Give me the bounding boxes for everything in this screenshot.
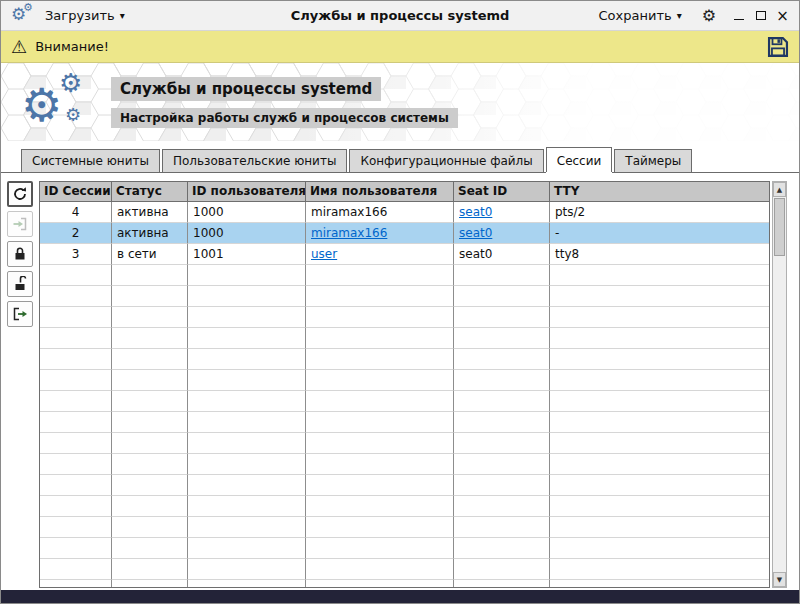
- col-status[interactable]: Статус: [112, 182, 188, 202]
- tty: tty8: [550, 244, 769, 265]
- user-name-link[interactable]: user: [311, 247, 337, 261]
- save-file-button[interactable]: [767, 36, 789, 58]
- chevron-down-icon: ▾: [677, 10, 682, 21]
- user-id: 1001: [188, 244, 306, 265]
- app-window: ⚙⚙ Загрузить ▾ Службы и процессы systemd…: [0, 0, 800, 604]
- tab-timers[interactable]: Таймеры: [614, 149, 692, 172]
- floppy-disk-icon: [767, 36, 789, 58]
- table-row-empty: [40, 370, 769, 391]
- tab-zone: Системные юниты Пользовательские юниты К…: [1, 141, 799, 173]
- user-id: 1000: [188, 202, 306, 223]
- table-row[interactable]: 2активна1000miramax166seat0-: [40, 223, 769, 244]
- table-header: ID Сессии Статус ID пользователя Имя пол…: [40, 182, 769, 202]
- app-logo-gears-icon: ⚙ ⚙ ⚙: [19, 70, 99, 134]
- scroll-down-button[interactable]: ▼: [773, 572, 786, 587]
- seat-id: seat0: [454, 202, 550, 223]
- table-row-empty: [40, 328, 769, 349]
- table-row-empty: [40, 496, 769, 517]
- table-row-empty: [40, 559, 769, 580]
- sessions-panel: ID Сессии Статус ID пользователя Имя пол…: [1, 173, 799, 590]
- seat-id-link[interactable]: seat0: [459, 205, 492, 219]
- save-menu-button[interactable]: Сохранить ▾: [591, 5, 690, 26]
- save-menu-label: Сохранить: [599, 8, 672, 23]
- tab-user-units[interactable]: Пользовательские юниты: [162, 149, 347, 172]
- maximize-button[interactable]: [754, 9, 767, 22]
- table-row-empty: [40, 454, 769, 475]
- warning-icon: ⚠: [11, 38, 27, 56]
- unlock-icon: [12, 276, 28, 292]
- terminate-session-button[interactable]: [7, 301, 33, 327]
- maximize-icon: [756, 11, 766, 20]
- table-row-empty: [40, 391, 769, 412]
- col-session-id[interactable]: ID Сессии: [40, 182, 112, 202]
- session-status: в сети: [112, 244, 188, 265]
- scrollbar-thumb[interactable]: [774, 198, 785, 256]
- window-footer: [1, 590, 799, 603]
- app-icon: ⚙⚙: [11, 4, 37, 28]
- user-name: miramax166: [306, 202, 454, 223]
- table-body: 4активна1000miramax166seat0pts/22активна…: [40, 202, 769, 587]
- close-button[interactable]: ×: [776, 9, 789, 22]
- table-row[interactable]: 4активна1000miramax166seat0pts/2: [40, 202, 769, 223]
- attach-session-button[interactable]: [7, 211, 33, 237]
- col-tty[interactable]: TTY: [550, 182, 769, 202]
- logout-icon: [12, 306, 28, 322]
- user-id: 1000: [188, 223, 306, 244]
- scroll-up-button[interactable]: ▲: [773, 182, 786, 197]
- unlock-session-button[interactable]: [7, 271, 33, 297]
- vertical-scrollbar[interactable]: ▲ ▼: [772, 181, 787, 588]
- table-row-empty: [40, 265, 769, 286]
- col-seat-id[interactable]: Seat ID: [454, 182, 550, 202]
- page-title: Службы и процессы systemd: [111, 77, 381, 101]
- warning-bar: ⚠ Внимание!: [1, 31, 799, 63]
- warning-label: Внимание!: [35, 39, 109, 54]
- page-subtitle: Настройка работы служб и процессов систе…: [111, 108, 458, 128]
- titlebar: ⚙⚙ Загрузить ▾ Службы и процессы systemd…: [1, 1, 799, 31]
- user-name: miramax166: [306, 223, 454, 244]
- col-user-name[interactable]: Имя пользователя: [306, 182, 454, 202]
- table-row-empty: [40, 538, 769, 559]
- seat-id: seat0: [454, 244, 550, 265]
- refresh-icon: [12, 186, 28, 202]
- lock-icon: [12, 246, 28, 262]
- table-row[interactable]: 3в сети1001userseat0tty8: [40, 244, 769, 265]
- col-user-id[interactable]: ID пользователя: [188, 182, 306, 202]
- session-id: 3: [40, 244, 112, 265]
- table-row-empty: [40, 517, 769, 538]
- table-row-empty: [40, 307, 769, 328]
- page-header: ⚙ ⚙ ⚙ Службы и процессы systemd Настройк…: [1, 63, 799, 141]
- session-status: активна: [112, 202, 188, 223]
- table-row-empty: [40, 433, 769, 454]
- attach-session-icon: [12, 216, 28, 232]
- load-menu-button[interactable]: Загрузить ▾: [37, 5, 133, 26]
- tab-system-units[interactable]: Системные юниты: [21, 149, 160, 172]
- session-id: 4: [40, 202, 112, 223]
- tab-sessions[interactable]: Сессии: [546, 147, 613, 172]
- tab-config-files[interactable]: Конфигурационные файлы: [349, 149, 543, 172]
- table-row-empty: [40, 286, 769, 307]
- seat-id: seat0: [454, 223, 550, 244]
- user-name: user: [306, 244, 454, 265]
- session-status: активна: [112, 223, 188, 244]
- tab-bar: Системные юниты Пользовательские юниты К…: [1, 147, 799, 173]
- table-row-empty: [40, 475, 769, 496]
- seat-id-link[interactable]: seat0: [459, 226, 492, 240]
- table-row-empty: [40, 412, 769, 433]
- table-row-empty: [40, 580, 769, 587]
- minimize-button[interactable]: [732, 9, 745, 22]
- user-name-link[interactable]: miramax166: [311, 226, 387, 240]
- lock-session-button[interactable]: [7, 241, 33, 267]
- sessions-table: ID Сессии Статус ID пользователя Имя пол…: [39, 181, 770, 588]
- tty: -: [550, 223, 769, 244]
- table-row-empty: [40, 349, 769, 370]
- minimize-icon: [734, 19, 744, 20]
- refresh-button[interactable]: [7, 181, 33, 207]
- session-id: 2: [40, 223, 112, 244]
- chevron-down-icon: ▾: [120, 10, 125, 21]
- settings-gear-icon[interactable]: ⚙: [702, 8, 716, 24]
- tty: pts/2: [550, 202, 769, 223]
- load-menu-label: Загрузить: [45, 8, 115, 23]
- session-toolbar: [7, 181, 39, 588]
